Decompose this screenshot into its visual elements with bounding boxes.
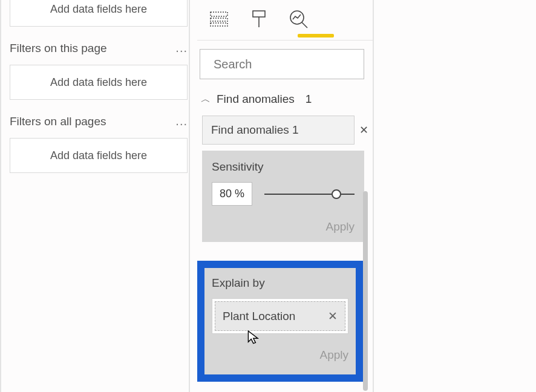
- explain-by-panel: Explain by Plant Location ✕ Apply: [197, 261, 363, 382]
- find-anomalies-expander[interactable]: ︿ Find anomalies 1: [197, 79, 373, 113]
- filters-pane: Add data fields here Filters on this pag…: [6, 0, 188, 188]
- field-well-placeholder: Add data fields here: [50, 3, 147, 16]
- apply-button[interactable]: Apply: [325, 220, 355, 233]
- field-well-placeholder: Add data fields here: [50, 149, 147, 162]
- apply-button[interactable]: Apply: [319, 348, 348, 361]
- fields-tab[interactable]: [208, 8, 230, 30]
- analytics-pane: ︿ Find anomalies 1 Find anomalies 1 ✕ Se…: [197, 0, 373, 242]
- filter-page-well[interactable]: Add data fields here: [10, 65, 188, 100]
- filters-all-header: Filters on all pages: [10, 115, 106, 128]
- svg-line-6: [302, 22, 307, 28]
- sensitivity-panel: Sensitivity 80 % Apply: [202, 151, 364, 242]
- svg-rect-1: [211, 18, 227, 21]
- svg-rect-0: [211, 12, 227, 16]
- scroll-thumb[interactable]: [363, 191, 368, 391]
- active-tab-indicator: [298, 34, 334, 38]
- chevron-up-icon: ︿: [201, 93, 211, 106]
- anomaly-card-label: Find anomalies 1: [211, 123, 299, 136]
- section-count: 1: [306, 93, 312, 106]
- explain-by-field-well[interactable]: Plant Location ✕: [212, 298, 348, 334]
- pane-tabs: [197, 0, 373, 35]
- explain-by-label: Explain by: [212, 276, 348, 290]
- filters-page-header: Filters on this page: [10, 42, 107, 55]
- slider-thumb[interactable]: [332, 189, 341, 199]
- filter-visual-well[interactable]: Add data fields here: [10, 0, 188, 27]
- filter-all-well[interactable]: Add data fields here: [10, 138, 188, 173]
- svg-rect-3: [253, 11, 265, 17]
- format-tab[interactable]: [248, 8, 270, 30]
- analytics-tab[interactable]: [288, 8, 310, 30]
- section-label: Find anomalies: [217, 93, 295, 106]
- scrollbar[interactable]: [363, 10, 369, 385]
- sensitivity-value-input[interactable]: 80 %: [212, 182, 252, 206]
- more-options-icon[interactable]: ...: [175, 41, 188, 55]
- anomaly-card-pill[interactable]: Find anomalies 1: [202, 116, 355, 145]
- svg-rect-2: [211, 23, 227, 26]
- search-box[interactable]: [200, 49, 364, 79]
- explain-by-field: Plant Location: [223, 310, 295, 323]
- more-options-icon[interactable]: ...: [175, 114, 188, 128]
- field-well-placeholder: Add data fields here: [50, 76, 147, 89]
- sensitivity-label: Sensitivity: [212, 160, 355, 174]
- search-input[interactable]: [214, 57, 367, 71]
- remove-field-icon[interactable]: ✕: [328, 309, 338, 323]
- sensitivity-slider[interactable]: [264, 194, 355, 195]
